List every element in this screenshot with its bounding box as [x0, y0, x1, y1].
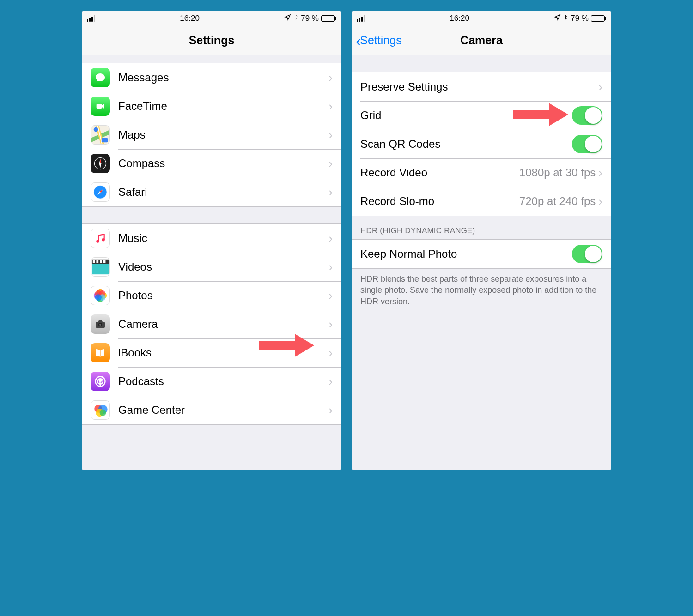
row-label: Keep Normal Photo	[360, 248, 572, 260]
row-preserve-settings[interactable]: Preserve Settings ›	[352, 72, 611, 101]
row-label: Messages	[118, 71, 328, 84]
row-ibooks[interactable]: iBooks ›	[82, 338, 341, 367]
row-label: Record Slo-mo	[360, 195, 519, 208]
back-label: Settings	[360, 34, 401, 47]
compass-icon	[91, 154, 110, 173]
row-record-slomo[interactable]: Record Slo-mo 720p at 240 fps ›	[352, 187, 611, 216]
svg-rect-11	[93, 260, 95, 263]
hdr-section-footer: HDR blends the best parts of three separ…	[352, 269, 611, 312]
row-label: Podcasts	[118, 375, 328, 388]
row-videos[interactable]: Videos ›	[82, 253, 341, 281]
row-label: Videos	[118, 260, 328, 273]
camera-settings-screen: 16:20 79 % ‹ Settings Camera Preserve Se…	[352, 11, 611, 470]
svg-rect-12	[96, 260, 98, 263]
signal-icon	[87, 15, 95, 22]
svg-rect-14	[103, 260, 106, 263]
battery-percent: 79 %	[301, 14, 319, 23]
bluetooth-icon	[563, 13, 568, 24]
row-photos[interactable]: Photos ›	[82, 281, 341, 310]
bluetooth-icon	[293, 13, 298, 24]
svg-point-23	[95, 294, 102, 301]
facetime-icon	[91, 97, 110, 116]
podcasts-icon	[91, 372, 110, 391]
chevron-right-icon: ›	[328, 346, 333, 360]
location-icon	[284, 14, 291, 23]
chevron-right-icon: ›	[328, 231, 333, 246]
svg-point-8	[102, 238, 105, 242]
row-detail: 720p at 240 fps	[519, 195, 596, 208]
row-label: Photos	[118, 289, 328, 302]
location-icon	[554, 14, 561, 23]
row-label: Camera	[118, 318, 328, 331]
camera-icon	[91, 314, 110, 334]
row-label: Safari	[118, 186, 328, 199]
chevron-right-icon: ›	[598, 80, 602, 94]
chevron-right-icon: ›	[328, 99, 333, 114]
page-title: Settings	[189, 34, 235, 47]
keep-normal-photo-toggle[interactable]	[572, 245, 602, 263]
chevron-right-icon: ›	[328, 185, 333, 199]
battery-percent: 79 %	[571, 14, 589, 23]
status-bar: 16:20 79 %	[82, 11, 341, 26]
camera-settings-list[interactable]: Preserve Settings › Grid Scan QR Codes R…	[352, 55, 611, 470]
chevron-right-icon: ›	[598, 166, 602, 180]
hdr-section-header: HDR (HIGH DYNAMIC RANGE)	[352, 216, 611, 239]
battery-icon	[591, 15, 606, 22]
svg-rect-13	[100, 260, 102, 263]
gamecenter-icon	[91, 400, 110, 420]
row-compass[interactable]: Compass ›	[82, 149, 341, 178]
svg-point-2	[94, 127, 98, 132]
maps-icon	[91, 125, 110, 145]
settings-screen: 16:20 79 % Settings Messages ›	[82, 11, 341, 470]
row-gamecenter[interactable]: Game Center ›	[82, 396, 341, 424]
row-label: Preserve Settings	[360, 80, 598, 93]
svg-rect-3	[102, 138, 108, 143]
row-maps[interactable]: Maps ›	[82, 121, 341, 149]
page-title: Camera	[460, 34, 503, 47]
row-scan-qr[interactable]: Scan QR Codes	[352, 130, 611, 158]
chevron-right-icon: ›	[328, 71, 333, 85]
row-grid[interactable]: Grid	[352, 101, 611, 130]
row-label: iBooks	[118, 346, 328, 359]
chevron-right-icon: ›	[328, 289, 333, 303]
nav-bar: Settings	[82, 26, 341, 55]
row-record-video[interactable]: Record Video 1080p at 30 fps ›	[352, 158, 611, 187]
status-bar: 16:20 79 %	[352, 11, 611, 26]
chevron-right-icon: ›	[328, 374, 333, 389]
row-label: Maps	[118, 128, 328, 141]
row-label: Grid	[360, 109, 572, 122]
grid-toggle[interactable]	[572, 106, 602, 125]
row-label: Game Center	[118, 404, 328, 417]
photos-icon	[91, 286, 110, 305]
row-facetime[interactable]: FaceTime ›	[82, 92, 341, 121]
nav-bar: ‹ Settings Camera	[352, 26, 611, 55]
row-detail: 1080p at 30 fps	[519, 166, 596, 179]
row-keep-normal-photo[interactable]: Keep Normal Photo	[352, 240, 611, 268]
row-music[interactable]: Music ›	[82, 224, 341, 253]
back-button[interactable]: ‹ Settings	[356, 26, 402, 55]
row-messages[interactable]: Messages ›	[82, 63, 341, 92]
svg-point-7	[96, 240, 99, 243]
row-label: Music	[118, 232, 328, 245]
row-podcasts[interactable]: Podcasts ›	[82, 367, 341, 396]
signal-icon	[357, 15, 365, 22]
chevron-right-icon: ›	[328, 260, 333, 274]
chevron-right-icon: ›	[328, 157, 333, 171]
battery-icon	[321, 15, 336, 22]
messages-icon	[91, 68, 110, 87]
music-icon	[91, 229, 110, 248]
svg-point-29	[99, 379, 102, 381]
ibooks-icon	[91, 343, 110, 362]
row-label: Scan QR Codes	[360, 138, 572, 151]
row-safari[interactable]: Safari ›	[82, 178, 341, 206]
svg-rect-0	[97, 104, 102, 109]
svg-rect-15	[92, 264, 109, 274]
row-camera[interactable]: Camera ›	[82, 310, 341, 338]
row-label: Compass	[118, 157, 328, 170]
row-label: Record Video	[360, 166, 519, 179]
status-time: 16:20	[450, 14, 469, 23]
chevron-right-icon: ›	[328, 317, 333, 332]
settings-list[interactable]: Messages › FaceTime › Maps ›	[82, 55, 341, 470]
qr-toggle[interactable]	[572, 135, 602, 153]
chevron-right-icon: ›	[598, 194, 602, 209]
